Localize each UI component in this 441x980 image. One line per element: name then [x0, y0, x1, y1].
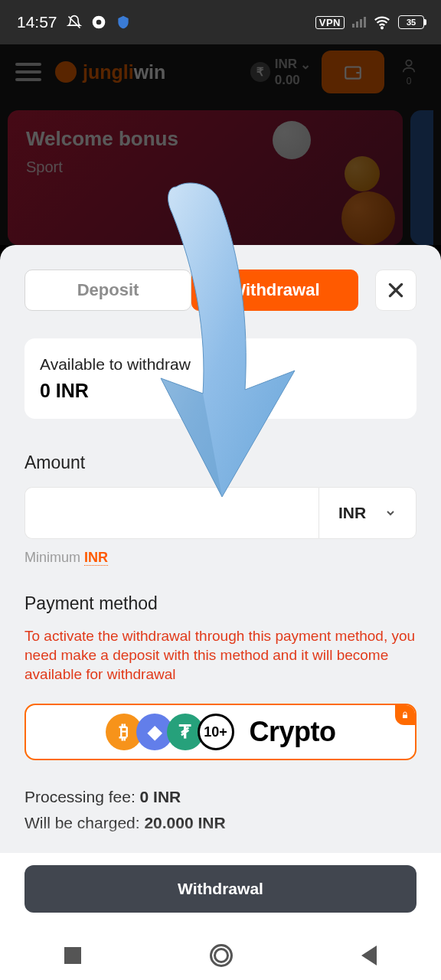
available-value: 0 INR — [40, 380, 401, 402]
withdrawal-button[interactable]: Withdrawal — [24, 865, 416, 913]
tab-deposit[interactable]: Deposit — [24, 270, 191, 311]
nav-back-icon[interactable] — [361, 946, 377, 965]
svg-point-5 — [406, 60, 411, 66]
tab-group: Deposit Withdrawal — [24, 270, 358, 311]
currency-select[interactable]: INR — [318, 487, 416, 539]
svg-point-2 — [96, 20, 101, 25]
menu-icon[interactable] — [15, 63, 41, 81]
svg-point-3 — [381, 27, 383, 28]
available-card: Available to withdraw 0 INR — [24, 338, 416, 419]
withdrawal-sheet: Deposit Withdrawal Available to withdraw… — [0, 245, 441, 931]
chevron-down-icon — [384, 507, 397, 519]
status-time: 14:57 — [17, 13, 57, 31]
lock-icon — [395, 705, 415, 725]
signal-icon — [352, 17, 366, 28]
close-button[interactable] — [375, 270, 416, 311]
logo[interactable]: jungliwin — [55, 61, 165, 83]
nav-recent-icon[interactable] — [64, 947, 81, 964]
profile-button[interactable]: 0 — [392, 51, 426, 93]
charge-amount: Will be charged: 20.000 INR — [24, 814, 416, 832]
status-bar: 14:57 VPN 35 — [0, 0, 441, 44]
amount-input[interactable] — [24, 487, 318, 539]
shield-icon — [116, 15, 131, 30]
battery-icon: 35 — [398, 15, 424, 29]
nav-home-icon[interactable] — [210, 944, 233, 967]
minimum-currency: INR — [84, 550, 108, 566]
crypto-icons: ₿ ◆ ₮ 10+ — [106, 714, 234, 750]
chevron-down-icon: ⌄ — [300, 57, 311, 73]
logo-text-2: win — [134, 61, 166, 83]
mute-icon — [67, 15, 82, 30]
chrome-icon — [91, 15, 106, 30]
vpn-indicator: VPN — [315, 16, 345, 29]
tab-withdrawal[interactable]: Withdrawal — [191, 270, 358, 311]
processing-fee: Processing fee: 0 INR — [24, 788, 416, 806]
available-label: Available to withdraw — [40, 355, 401, 374]
payment-method-crypto[interactable]: ₿ ◆ ₮ 10+ Crypto — [24, 704, 416, 760]
rupee-icon: ₹ — [250, 62, 270, 82]
crypto-label: Crypto — [250, 716, 336, 748]
svg-rect-8 — [403, 715, 407, 719]
android-navbar — [0, 931, 441, 980]
balance-display[interactable]: ₹ INR⌄ 0.00 — [250, 57, 311, 88]
wifi-icon — [374, 14, 390, 31]
banner-area: Welcome bonus Sport — [0, 100, 441, 245]
next-banner-edge[interactable] — [410, 110, 433, 245]
app-header: jungliwin ₹ INR⌄ 0.00 0 — [0, 44, 441, 100]
payment-warning: To activate the withdrawal through this … — [24, 626, 416, 684]
payment-method-label: Payment method — [24, 593, 416, 614]
amount-label: Amount — [24, 452, 416, 473]
welcome-banner[interactable]: Welcome bonus Sport — [8, 110, 403, 245]
wallet-button[interactable] — [322, 51, 384, 93]
minimum-hint: Minimum INR — [24, 550, 416, 566]
logo-text-1: jungli — [83, 61, 134, 83]
more-coins-badge: 10+ — [198, 714, 234, 750]
